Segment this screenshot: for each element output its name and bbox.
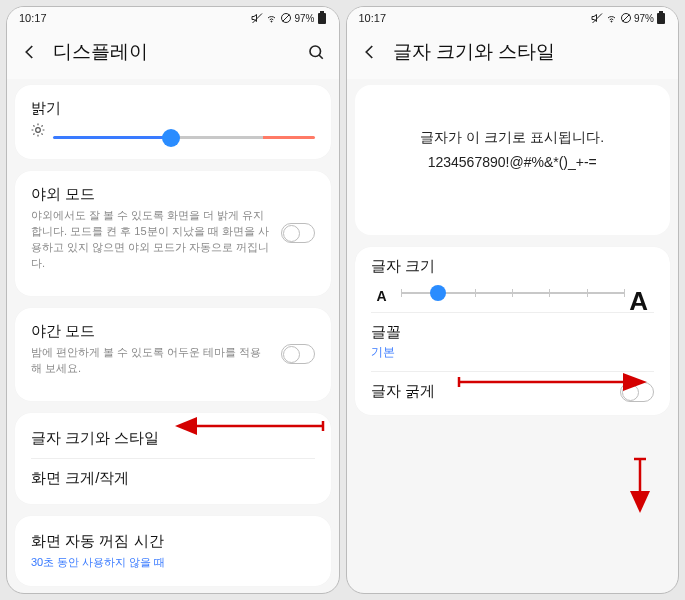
status-icons: 97% [251, 11, 326, 25]
phone-display-settings: 10:17 97% 디스플레이 밝기 야외 모드 [6, 6, 340, 594]
screen-header: 글자 크기와 스타일 [347, 29, 679, 79]
svg-line-23 [622, 15, 629, 22]
no-signal-icon [280, 12, 292, 24]
svg-rect-24 [657, 13, 665, 24]
font-family-row[interactable]: 글꼴 기본 [371, 312, 655, 371]
font-style-row[interactable]: 글자 크기와 스타일 [31, 419, 315, 458]
svg-line-14 [42, 133, 43, 134]
night-desc: 밤에 편안하게 볼 수 있도록 어두운 테마를 적용해 보세요. [31, 345, 315, 377]
svg-point-21 [611, 21, 612, 22]
night-title: 야간 모드 [31, 322, 315, 341]
fontsize-slider[interactable]: A A [371, 292, 655, 308]
svg-rect-25 [659, 11, 663, 13]
bold-toggle[interactable] [620, 382, 654, 402]
night-toggle[interactable] [281, 344, 315, 364]
outdoor-desc: 야외에서도 잘 볼 수 있도록 화면을 더 밝게 유지합니다. 모드를 켠 후 … [31, 208, 315, 272]
svg-marker-30 [630, 491, 650, 513]
sun-icon [31, 123, 45, 141]
night-mode-row[interactable]: 야간 모드 밤에 편안하게 볼 수 있도록 어두운 테마를 적용해 보세요. [31, 322, 315, 387]
font-family-value: 기본 [371, 344, 655, 361]
brightness-knob[interactable] [162, 129, 180, 147]
back-icon[interactable] [361, 43, 379, 61]
svg-line-7 [319, 55, 323, 59]
battery-text: 97% [294, 13, 314, 24]
svg-line-16 [42, 125, 43, 126]
font-preview-card: 글자가 이 크기로 표시됩니다. 1234567890!@#%&*()_+-= [355, 85, 671, 235]
status-bar: 10:17 97% [347, 7, 679, 29]
search-icon[interactable] [307, 43, 325, 61]
status-time: 10:17 [359, 12, 387, 24]
phone-font-settings: 10:17 97% 글자 크기와 스타일 글자가 이 크기로 표시됩니다. 12… [346, 6, 680, 594]
font-controls-card: 글자 크기 A A 글꼴 기본 글자 굵게 [355, 247, 671, 415]
timeout-row[interactable]: 화면 자동 꺼짐 시간 30초 동안 사용하지 않을 때 [31, 530, 315, 572]
svg-rect-4 [318, 13, 326, 24]
svg-point-1 [271, 21, 272, 22]
svg-point-6 [310, 46, 321, 57]
fontsize-row: 글자 크기 A A [371, 255, 655, 312]
svg-line-13 [33, 125, 34, 126]
wifi-icon [605, 12, 618, 24]
outdoor-mode-row[interactable]: 야외 모드 야외에서도 잘 볼 수 있도록 화면을 더 밝게 유지합니다. 모드… [31, 185, 315, 282]
font-style-label: 글자 크기와 스타일 [31, 429, 315, 448]
fontsize-min-icon: A [377, 288, 387, 304]
status-bar: 10:17 97% [7, 7, 339, 29]
screen-zoom-label: 화면 크게/작게 [31, 469, 315, 488]
fontsize-label: 글자 크기 [371, 257, 655, 276]
annotation-arrow-bold [625, 457, 655, 513]
page-title: 디스플레이 [53, 39, 293, 65]
fontsize-knob[interactable] [430, 285, 446, 301]
outdoor-toggle[interactable] [281, 223, 315, 243]
brightness-label: 밝기 [31, 99, 315, 118]
screen-zoom-row[interactable]: 화면 크게/작게 [31, 458, 315, 498]
svg-line-0 [253, 14, 263, 24]
mute-icon [591, 12, 603, 24]
timeout-card: 화면 자동 꺼짐 시간 30초 동안 사용하지 않을 때 [15, 516, 331, 586]
battery-text: 97% [634, 13, 654, 24]
brightness-slider[interactable] [31, 118, 315, 145]
bold-label: 글자 굵게 [371, 382, 655, 401]
screen-header: 디스플레이 [7, 29, 339, 79]
brightness-card: 밝기 [15, 85, 331, 159]
svg-line-20 [592, 14, 602, 24]
status-time: 10:17 [19, 12, 47, 24]
wifi-icon [265, 12, 278, 24]
svg-point-8 [36, 127, 41, 132]
bold-row[interactable]: 글자 굵게 [371, 371, 655, 411]
outdoor-title: 야외 모드 [31, 185, 315, 204]
svg-line-15 [33, 133, 34, 134]
page-title: 글자 크기와 스타일 [393, 39, 665, 65]
no-signal-icon [620, 12, 632, 24]
font-screen-card: 글자 크기와 스타일 화면 크게/작게 [15, 413, 331, 504]
timeout-value: 30초 동안 사용하지 않을 때 [31, 555, 315, 570]
preview-line-2: 1234567890!@#%&*()_+-= [371, 150, 655, 175]
battery-icon [317, 11, 327, 25]
svg-rect-5 [320, 11, 324, 13]
svg-line-3 [283, 15, 290, 22]
back-icon[interactable] [21, 43, 39, 61]
status-icons: 97% [591, 11, 666, 25]
preview-line-1: 글자가 이 크기로 표시됩니다. [371, 125, 655, 150]
font-family-label: 글꼴 [371, 323, 655, 342]
mute-icon [251, 12, 263, 24]
night-card: 야간 모드 밤에 편안하게 볼 수 있도록 어두운 테마를 적용해 보세요. [15, 308, 331, 401]
timeout-title: 화면 자동 꺼짐 시간 [31, 532, 315, 551]
outdoor-card: 야외 모드 야외에서도 잘 볼 수 있도록 화면을 더 밝게 유지합니다. 모드… [15, 171, 331, 296]
battery-icon [656, 11, 666, 25]
